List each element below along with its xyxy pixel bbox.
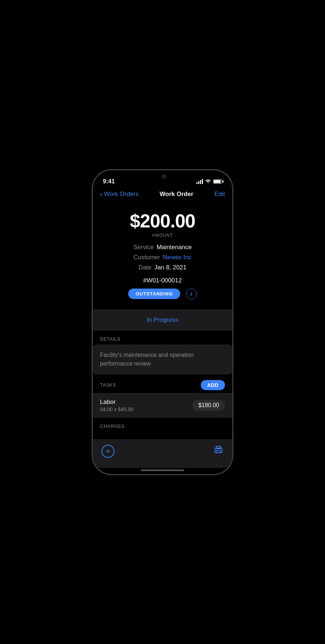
edit-button[interactable]: Edit [214,191,225,198]
service-row: Service Maintenance [100,244,225,251]
badge-row: OUTSTANDING i [100,289,225,299]
service-label: Service [133,244,154,251]
task-name: Labor [100,398,134,406]
outstanding-badge: OUTSTANDING [128,289,180,299]
details-section: DETAILS Facility's maintenance and opera… [93,336,232,374]
in-progress-button[interactable]: In Progress [93,310,232,330]
service-value: Maintenance [157,244,192,251]
bottom-toolbar: + [93,439,232,468]
date-value: Jan 8, 2021 [155,264,187,271]
task-item[interactable]: Labor 04:00 x $45.00 $180.00 [93,393,232,418]
svg-rect-2 [216,451,221,453]
work-order-number: #W01-000012 [100,277,225,284]
tasks-section: TASKS ADD Labor 04:00 x $45.00 $180.00 [93,380,232,418]
back-label: Work Orders [104,191,139,198]
add-charge-button[interactable]: + [101,445,114,458]
svg-rect-1 [216,446,221,449]
date-label: Date [139,264,152,271]
status-icons [196,179,222,184]
task-amount: $180.00 [192,400,225,411]
amount-value: $200.00 [100,211,225,231]
add-task-button[interactable]: ADD [201,380,225,390]
details-header: DETAILS [93,336,232,345]
home-indicator [141,469,184,471]
phone-frame: 9:41 ‹ [92,170,233,475]
scroll-content: $200.00 AMOUNT Service Maintenance Custo… [93,202,232,439]
wifi-icon [205,179,211,184]
notch [140,170,185,183]
info-button[interactable]: i [186,289,197,299]
customer-value[interactable]: Newex Inc [163,254,191,261]
customer-label: Customer [133,254,160,261]
charges-label: CHARGES [93,423,232,432]
charges-section: CHARGES [93,423,232,435]
tasks-header: TASKS ADD [93,380,232,393]
screen: 9:41 ‹ [93,170,232,474]
amount-label: AMOUNT [100,233,225,238]
status-time: 9:41 [103,178,115,185]
print-button[interactable] [213,445,224,457]
status-bar: 9:41 [93,170,232,188]
page-title: Work Order [160,191,193,198]
tasks-label: TASKS [100,382,116,388]
battery-icon [213,179,222,184]
task-info: Labor 04:00 x $45.00 [100,398,134,412]
svg-point-3 [216,449,217,450]
task-detail: 04:00 x $45.00 [100,406,134,412]
notch-camera [162,174,166,179]
chevron-left-icon: ‹ [100,190,103,197]
plus-icon: + [106,447,110,455]
info-rows: Service Maintenance Customer Newex Inc D… [100,244,225,271]
back-button[interactable]: ‹ Work Orders [100,191,139,198]
date-row: Date Jan 8, 2021 [100,264,225,271]
amount-section: $200.00 AMOUNT Service Maintenance Custo… [93,202,232,310]
nav-bar: ‹ Work Orders Work Order Edit [93,188,232,202]
customer-row: Customer Newex Inc [100,254,225,261]
signal-icon [196,179,203,184]
details-card: Facility's maintenance and operation per… [93,345,232,374]
